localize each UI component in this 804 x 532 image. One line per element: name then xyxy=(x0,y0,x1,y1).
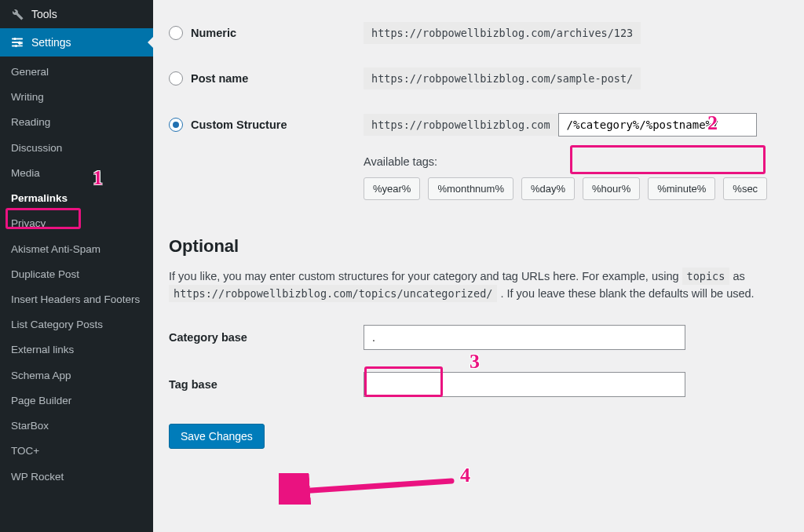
category-base-row: Category base xyxy=(169,325,804,350)
custom-prefix-url: https://robpowellbizblog.com xyxy=(364,114,558,136)
permalink-option-numeric: Numeric https://robpowellbizblog.com/arc… xyxy=(169,17,804,44)
save-changes-button[interactable]: Save Changes xyxy=(169,424,265,449)
available-tags-label: Available tags: xyxy=(364,155,804,168)
sidebar-sub-toc[interactable]: TOC+ xyxy=(0,439,153,464)
tag-base-row: Tag base xyxy=(169,372,804,397)
sidebar-sub-media[interactable]: Media xyxy=(0,161,153,186)
sidebar-sub-writing[interactable]: Writing xyxy=(0,85,153,110)
sidebar-submenu-settings: General Writing Reading Discussion Media… xyxy=(0,56,153,494)
svg-rect-0 xyxy=(12,38,23,40)
svg-point-4 xyxy=(19,42,21,44)
sliders-icon xyxy=(9,35,25,50)
sidebar-sub-insert-headers[interactable]: Insert Headers and Footers xyxy=(0,287,153,312)
svg-rect-1 xyxy=(12,42,23,43)
category-base-label: Category base xyxy=(169,331,364,344)
permalink-option-custom: Custom Structure https://robpowellbizblo… xyxy=(169,108,804,137)
radio-custom[interactable] xyxy=(169,118,183,132)
option-label: Numeric xyxy=(191,27,364,39)
sidebar-sub-permalinks[interactable]: Permalinks xyxy=(0,186,153,211)
example-url: https://robpowellbizblog.com/archives/12… xyxy=(364,22,641,44)
optional-heading: Optional xyxy=(169,236,804,257)
svg-point-5 xyxy=(15,45,17,47)
custom-structure-input[interactable] xyxy=(558,113,757,137)
sidebar-sub-wprocket[interactable]: WP Rocket xyxy=(0,465,153,490)
wrench-icon xyxy=(9,6,25,22)
sidebar-sub-akismet[interactable]: Akismet Anti-Spam xyxy=(0,237,153,262)
available-tags-row: %year% %monthnum% %day% %hour% %minute% … xyxy=(364,177,804,200)
sidebar-sub-page-builder[interactable]: Page Builder xyxy=(0,388,153,414)
tag-monthnum-button[interactable]: %monthnum% xyxy=(428,177,513,200)
admin-sidebar: Tools Settings General Writing Reading D… xyxy=(0,0,153,532)
permalink-option-postname: Post name https://robpowellbizblog.com/s… xyxy=(169,63,804,89)
main-content: — Numeric https://robpowellbizblog.com/a… xyxy=(153,0,804,532)
svg-point-3 xyxy=(14,38,16,40)
sidebar-sub-external-links[interactable]: External links xyxy=(0,337,153,363)
radio-numeric[interactable] xyxy=(169,26,183,40)
option-label: Post name xyxy=(191,72,364,85)
tag-base-label: Tag base xyxy=(169,378,364,391)
sidebar-sub-starbox[interactable]: StarBox xyxy=(0,414,153,439)
radio-postname[interactable] xyxy=(169,71,183,86)
sidebar-sub-discussion[interactable]: Discussion xyxy=(0,136,153,161)
category-base-input[interactable] xyxy=(364,325,685,350)
sidebar-sub-schema-app[interactable]: Schema App xyxy=(0,363,153,388)
sidebar-sub-privacy[interactable]: Privacy xyxy=(0,211,153,236)
sidebar-sub-duplicate-post[interactable]: Duplicate Post xyxy=(0,262,153,287)
sidebar-item-label: Tools xyxy=(31,8,57,20)
tag-year-button[interactable]: %year% xyxy=(364,177,420,200)
example-url: https://robpowellbizblog.com/sample-post… xyxy=(364,67,641,89)
sidebar-sub-general[interactable]: General xyxy=(0,60,153,85)
sidebar-item-settings[interactable]: Settings xyxy=(0,28,153,56)
tag-second-button[interactable]: %sec xyxy=(723,177,767,200)
tag-minute-button[interactable]: %minute% xyxy=(648,177,715,200)
tag-base-input[interactable] xyxy=(364,372,685,397)
tag-hour-button[interactable]: %hour% xyxy=(583,177,640,200)
sidebar-sub-list-category-posts[interactable]: List Category Posts xyxy=(0,312,153,337)
sidebar-item-label: Settings xyxy=(31,36,71,49)
option-label: Custom Structure xyxy=(191,118,364,131)
optional-description: If you like, you may enter custom struct… xyxy=(169,268,804,303)
tag-day-button[interactable]: %day% xyxy=(521,177,575,200)
sidebar-sub-reading[interactable]: Reading xyxy=(0,110,153,135)
sidebar-item-tools[interactable]: Tools xyxy=(0,0,153,28)
